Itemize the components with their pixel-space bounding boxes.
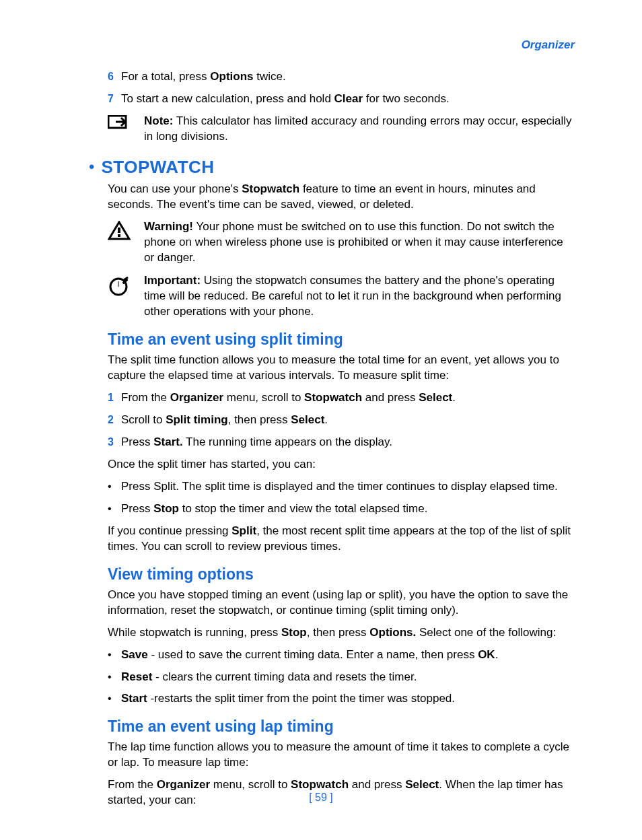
step-7: 7 To start a new calculation, press and … — [108, 92, 575, 107]
step-6: 6 For a total, press Options twice. — [108, 69, 575, 85]
important-callout: Important: Using the stopwatch consumes … — [108, 273, 575, 320]
lap-intro: The lap time function allows you to meas… — [108, 740, 575, 771]
split-step-2: 2 Scroll to Split timing, then press Sel… — [108, 413, 575, 428]
list-text: Press Stop to stop the timer and view th… — [121, 501, 575, 517]
bullet-icon: • — [108, 691, 121, 707]
important-text: Important: Using the stopwatch consumes … — [139, 273, 575, 320]
section-heading-stopwatch: • STOPWATCH — [89, 155, 575, 179]
step-number: 3 — [108, 435, 121, 450]
list-text: Start -restarts the split timer from the… — [121, 691, 575, 707]
step-text: Scroll to Split timing, then press Selec… — [121, 413, 575, 428]
split-step-3: 3 Press Start. The running time appears … — [108, 435, 575, 450]
svg-rect-1 — [118, 228, 120, 233]
step-text: Press Start. The running time appears on… — [121, 435, 575, 450]
important-icon — [108, 273, 139, 320]
page-number: [ 59 ] — [0, 790, 642, 805]
bullet-icon: • — [108, 670, 121, 685]
list-item: • Save - used to save the current timing… — [108, 648, 575, 663]
subheading-split-timing: Time an event using split timing — [108, 329, 575, 350]
stopwatch-intro: You can use your phone's Stopwatch featu… — [108, 182, 575, 213]
list-item: • Press Stop to stop the timer and view … — [108, 501, 575, 517]
note-text: Note: This calculator has limited accura… — [139, 114, 575, 145]
step-number: 1 — [108, 390, 121, 406]
heading-text: STOPWATCH — [101, 155, 214, 179]
split-step-1: 1 From the Organizer menu, scroll to Sto… — [108, 390, 575, 406]
list-item: • Start -restarts the split timer from t… — [108, 691, 575, 707]
subheading-view-options: View timing options — [108, 564, 575, 585]
svg-rect-2 — [118, 234, 120, 237]
warning-callout: Warning! Your phone must be switched on … — [108, 219, 575, 266]
note-callout: Note: This calculator has limited accura… — [108, 114, 575, 145]
list-text: Save - used to save the current timing d… — [121, 648, 575, 663]
step-number: 6 — [108, 69, 121, 85]
warning-icon — [108, 219, 139, 266]
note-icon — [108, 114, 139, 145]
subheading-lap-timing: Time an event using lap timing — [108, 716, 575, 737]
step-number: 7 — [108, 92, 121, 107]
bullet-icon: • — [108, 479, 121, 495]
manual-page: Organizer 6 For a total, press Options t… — [0, 0, 642, 840]
list-item: • Press Split. The split time is display… — [108, 479, 575, 495]
view-while: While stopwatch is running, press Stop, … — [108, 625, 575, 641]
split-continue: If you continue pressing Split, the most… — [108, 524, 575, 555]
step-text: For a total, press Options twice. — [121, 69, 575, 85]
bullet-icon: • — [108, 501, 121, 517]
split-once: Once the split timer has started, you ca… — [108, 457, 575, 473]
list-text: Reset - clears the current timing data a… — [121, 670, 575, 685]
step-text: From the Organizer menu, scroll to Stopw… — [121, 390, 575, 406]
step-text: To start a new calculation, press and ho… — [121, 92, 575, 107]
running-header: Organizer — [108, 38, 575, 53]
list-text: Press Split. The split time is displayed… — [121, 479, 575, 495]
list-item: • Reset - clears the current timing data… — [108, 670, 575, 685]
split-intro: The split time function allows you to me… — [108, 353, 575, 384]
view-intro: Once you have stopped timing an event (u… — [108, 588, 575, 619]
warning-text: Warning! Your phone must be switched on … — [139, 219, 575, 266]
bullet-icon: • — [89, 159, 94, 175]
bullet-icon: • — [108, 648, 121, 663]
step-number: 2 — [108, 413, 121, 428]
